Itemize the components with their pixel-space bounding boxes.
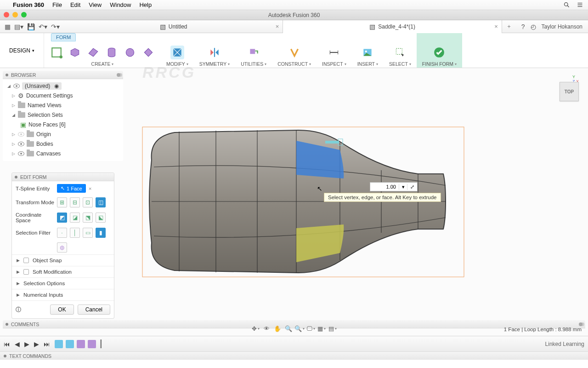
ribbon-label[interactable]: INSPECT [322,61,346,67]
look-icon[interactable]: 👁 [262,324,271,333]
tree-item-bodies[interactable]: ▷Bodies [5,139,121,149]
menu-view[interactable]: View [89,1,102,8]
value-input-box[interactable]: ▾ ⤢ [370,182,418,191]
ribbon-label[interactable]: MODIFY [166,61,188,67]
tree-item-nosefaces[interactable]: ▣Nose Faces [6] [5,120,121,129]
group-selection-opts[interactable]: ▶Selection Options [12,277,114,289]
search-icon[interactable] [563,1,570,8]
value-expand-icon[interactable]: ⤢ [407,184,417,190]
filter-edge-icon[interactable]: │ [70,228,80,238]
save-icon[interactable]: 💾 [27,23,35,30]
menu-help[interactable]: Help [139,1,152,8]
display-settings-icon[interactable]: 🖵 [306,324,315,333]
transform-mode-3-icon[interactable]: ⊡ [83,197,93,207]
finish-form-icon[interactable] [432,46,446,59]
close-tab-icon[interactable]: × [494,23,498,30]
viewcube[interactable]: TOP [560,82,579,101]
scale-value-input[interactable] [370,184,399,190]
transform-mode-options[interactable]: ⊞ ⊟ ⊡ ◫ [57,197,110,207]
tab-saddle[interactable]: ▧ Saddle_4-4*(1) × [283,20,502,33]
visibility-icon[interactable] [13,84,20,88]
coord-4-icon[interactable]: ⬕ [96,213,106,223]
sphere-icon[interactable] [123,46,137,59]
checkbox[interactable] [23,258,29,263]
minimize-window-icon[interactable] [12,12,18,17]
help-icon[interactable]: ? [521,23,525,30]
group-object-snap[interactable]: ▶Object Snap [12,254,114,266]
zoom-icon[interactable]: 🔍 [284,324,293,333]
data-panel-icon[interactable]: ▦ [5,23,11,30]
measure-icon[interactable] [327,46,341,59]
edit-form-header[interactable]: EDIT FORM [12,173,114,181]
select-icon[interactable] [393,46,407,59]
cancel-button[interactable]: Cancel [78,305,110,315]
plane-icon[interactable] [86,46,100,59]
checkbox[interactable] [23,269,29,275]
orbit-icon[interactable]: ✥ [251,324,260,333]
utilities-icon[interactable] [247,46,260,59]
transform-mode-1-icon[interactable]: ⊞ [57,197,67,207]
ribbon-label[interactable]: SYMMETRY [199,61,230,67]
ribbon-label[interactable]: FINISH FORM [422,61,457,67]
sketch-icon[interactable] [50,46,63,59]
coord-3-icon[interactable]: ⬔ [83,213,93,223]
construct-icon[interactable] [288,46,301,59]
file-menu-icon[interactable]: ▤▾ [14,23,23,30]
mirror-icon[interactable] [208,46,221,59]
redo-icon[interactable]: ↷▾ [51,23,60,30]
add-tab-button[interactable]: ＋ [502,23,516,30]
list-icon[interactable] [577,1,583,8]
box-icon[interactable] [68,46,82,59]
coord-1-icon[interactable]: ◩ [57,213,67,223]
insert-image-icon[interactable] [361,46,374,59]
timeline-start-icon[interactable]: ⏮ [4,340,10,348]
tree-item-namedviews[interactable]: ▷Named Views [5,100,121,110]
transform-mode-4-icon[interactable]: ◫ [96,197,106,207]
menu-file[interactable]: File [52,1,62,8]
timeline-feature-icon[interactable] [88,340,96,348]
group-soft-mod[interactable]: ▶Soft Modification [12,266,114,277]
transform-mode-2-icon[interactable]: ⊟ [70,197,80,207]
grid-settings-icon[interactable]: ▦ [317,324,326,333]
timeline-end-icon[interactable]: ⏭ [44,340,50,348]
selection-filter-options[interactable]: · │ ▭ ▮ [57,228,110,238]
clock-icon[interactable]: ◴ [531,23,536,30]
cylinder-icon[interactable] [105,46,119,59]
ribbon-label[interactable]: UTILITIES [241,61,266,67]
timeline-feature-icon[interactable] [77,340,85,348]
pan-icon[interactable]: ✋ [273,324,282,333]
coord-2-icon[interactable]: ◪ [70,213,80,223]
info-icon[interactable]: ⓘ [16,306,21,314]
visibility-icon[interactable] [18,132,24,137]
filter-extra-icon[interactable]: ◍ [57,242,67,253]
ribbon-label[interactable]: INSERT [357,61,378,67]
menu-edit[interactable]: Edit [70,1,80,8]
tree-item-canvases[interactable]: ▷Canvases [5,149,121,158]
tree-item-docsettings[interactable]: ▷⚙Document Settings [5,91,121,100]
window-controls[interactable] [4,12,27,17]
ribbon-group-finish[interactable]: FINISH FORM [417,33,462,68]
timeline-prev-icon[interactable]: ◀ [15,340,20,348]
ribbon-label[interactable]: SELECT [389,61,411,67]
filter-body-icon[interactable]: ▮ [96,228,106,238]
timeline-next-icon[interactable]: ▶ [34,340,39,348]
zoom-window-icon[interactable]: 🔍 [295,324,304,333]
app-name[interactable]: Fusion 360 [13,1,44,8]
filter-vertex-icon[interactable]: · [57,228,67,238]
group-numerical[interactable]: ▶Numerical Inputs [12,289,114,300]
edit-form-icon[interactable] [170,46,184,59]
workspace-switcher[interactable]: DESIGN▾ [0,33,44,68]
value-dropdown-icon[interactable]: ▾ [399,184,407,190]
tree-item-origin[interactable]: ▷Origin [5,129,121,139]
text-commands-panel[interactable]: TEXT COMMANDS [0,351,588,360]
close-window-icon[interactable] [4,12,9,17]
timeline-play-icon[interactable]: ▶ [24,340,29,348]
entity-chip[interactable]: ↖ 1 Face [57,184,86,193]
browser-tree[interactable]: ◢(Unsaved) ◉ ▷⚙Document Settings ▷Named … [3,79,123,161]
coord-space-options[interactable]: ◩ ◪ ⬔ ⬕ [57,213,110,223]
pin-icon[interactable] [117,73,120,77]
visibility-icon[interactable] [18,151,24,156]
timeline-feature-icon[interactable] [66,340,74,348]
ribbon-label[interactable]: CONSTRUCT [277,61,311,67]
viewport[interactable]: ↖ ▾ ⤢ Select vertex, edge, or face. Alt … [124,68,588,319]
